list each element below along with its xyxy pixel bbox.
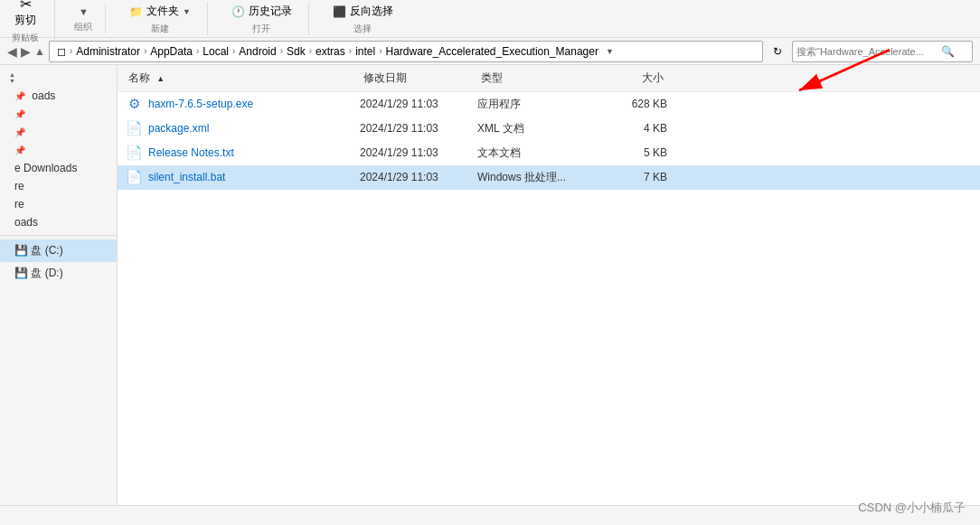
new-folder-label: 文件夹	[146, 4, 179, 19]
path-haxm: Hardware_Accelerated_Execution_Manager	[385, 45, 598, 58]
main-layout: ▲ ▼ 📌 oads 📌 📌 📌 e Downloads re	[0, 65, 980, 505]
scissors-icon: ✂	[20, 0, 32, 13]
search-bar: 🔍	[792, 41, 973, 62]
select-section-label: 选择	[353, 23, 372, 35]
txt-icon: 📄	[126, 145, 143, 161]
file-name: silent_install.bat	[148, 171, 360, 183]
table-row[interactable]: ⚙ haxm-7.6.5-setup.exe 2024/1/29 11:03 应…	[118, 92, 980, 117]
cut-label: 剪切	[14, 13, 36, 28]
toolbar: ✂ 剪切 剪贴板 ▼ 组织 📁 文件夹 ▼ 新建	[0, 0, 980, 38]
file-name: haxm-7.6.5-setup.exe	[148, 98, 360, 110]
file-type: 应用程序	[477, 97, 595, 112]
history-label: 历史记录	[249, 4, 292, 19]
drive-c-item[interactable]: 💾 盘 (C:)	[0, 239, 117, 262]
file-type: Windows 批处理...	[477, 170, 595, 185]
sidebar-item-4[interactable]: 📌	[0, 141, 117, 159]
file-icon: 📄	[125, 168, 143, 186]
cut-button[interactable]: ✂ 剪切	[7, 0, 43, 30]
drive-d-item[interactable]: 💾 盘 (D:)	[0, 262, 117, 285]
reverse-select-label: 反向选择	[350, 4, 393, 19]
column-size[interactable]: 大小	[595, 69, 667, 88]
new-section-label: 新建	[151, 23, 169, 35]
bat-icon: 📄	[126, 169, 143, 185]
search-input[interactable]	[796, 46, 941, 57]
path-intel: intel	[355, 45, 375, 58]
sidebar-sort-header: ▲ ▼	[0, 69, 117, 87]
file-size: 628 KB	[595, 98, 667, 110]
path-extras: extras	[316, 45, 345, 58]
sidebar-item-label: re	[14, 198, 24, 211]
clipboard-buttons: ✂ 剪切	[7, 0, 43, 30]
open-buttons: 🕐 历史记录	[226, 2, 297, 21]
file-icon: ⚙	[125, 95, 143, 113]
up-icon[interactable]: ▲	[34, 45, 45, 58]
search-icon[interactable]: 🔍	[941, 45, 955, 58]
new-folder-button[interactable]: 📁 文件夹 ▼	[124, 2, 196, 21]
table-row[interactable]: 📄 Release Notes.txt 2024/1/29 11:03 文本文档…	[118, 141, 980, 165]
sidebar-item-2[interactable]: 📌	[0, 105, 117, 123]
drive-d-label: 盘 (D:)	[31, 267, 62, 279]
path-admin: Administrator	[76, 45, 140, 58]
sidebar-item-6[interactable]: re	[0, 177, 117, 195]
dropdown-arrow: ▼	[183, 7, 191, 16]
select-section: ⬛ 反向选择 选择	[327, 2, 410, 35]
address-bar: ◀ ▶ ▲ ◻ › Administrator › AppData › Loca…	[0, 38, 980, 65]
pin-icon: 📌	[14, 127, 25, 137]
file-size: 7 KB	[595, 171, 667, 183]
file-icon: 📄	[125, 144, 143, 162]
organize-section: ▼ 组织	[73, 5, 106, 33]
drive-d-icon: 💾	[14, 267, 28, 279]
organize-btn[interactable]: ▼	[73, 5, 94, 19]
organize-buttons: ▼	[73, 5, 94, 19]
path-computer: ◻	[57, 45, 66, 58]
drive-c-icon: 💾	[14, 244, 28, 257]
pin-icon: 📌	[14, 109, 25, 119]
file-date: 2024/1/29 11:03	[360, 98, 477, 110]
file-size: 5 KB	[595, 146, 667, 159]
back-icon[interactable]: ◀	[7, 44, 17, 59]
sidebar-item-3[interactable]: 📌	[0, 123, 117, 141]
select-buttons: ⬛ 反向选择	[327, 2, 399, 21]
file-type: 文本文档	[477, 145, 595, 161]
file-list-header: 名称 ▲ 修改日期 类型 大小	[118, 65, 980, 92]
path-dropdown-arrow[interactable]: ▼	[606, 47, 614, 56]
organize-label: 组织	[74, 21, 92, 33]
sidebar-item-label: oads	[14, 216, 38, 229]
file-date: 2024/1/29 11:03	[360, 171, 477, 183]
new-section: 📁 文件夹 ▼ 新建	[124, 2, 208, 35]
path-local: Local	[203, 45, 229, 58]
file-size: 4 KB	[595, 122, 667, 135]
folder-icon: 📁	[129, 5, 143, 18]
history-button[interactable]: 🕐 历史记录	[226, 2, 297, 21]
column-type[interactable]: 类型	[477, 69, 595, 88]
file-date: 2024/1/29 11:03	[360, 122, 477, 135]
sidebar-item-downloads3[interactable]: oads	[0, 213, 117, 231]
exe-icon: ⚙	[128, 96, 140, 112]
refresh-button[interactable]: ↻	[767, 41, 788, 62]
file-name: Release Notes.txt	[148, 146, 360, 159]
sort-asc-icon: ▲	[156, 74, 165, 83]
sidebar-item-7[interactable]: re	[0, 195, 117, 213]
column-name[interactable]: 名称 ▲	[125, 69, 360, 88]
address-path[interactable]: ◻ › Administrator › AppData › Local › An…	[49, 41, 763, 62]
file-icon: 📄	[125, 119, 143, 137]
clipboard-label: 剪贴板	[12, 32, 39, 44]
sidebar-item-label: e Downloads	[14, 162, 77, 174]
history-icon: 🕐	[231, 5, 245, 18]
table-row[interactable]: 📄 package.xml 2024/1/29 11:03 XML 文档 4 K…	[118, 117, 980, 141]
sidebar-item-downloads1[interactable]: 📌 oads	[0, 87, 117, 105]
status-bar	[0, 505, 980, 525]
reverse-select-button[interactable]: ⬛ 反向选择	[327, 2, 399, 21]
sidebar-item-label: re	[14, 180, 24, 192]
sidebar: ▲ ▼ 📌 oads 📌 📌 📌 e Downloads re	[0, 65, 118, 505]
sidebar-drives: 💾 盘 (C:) 💾 盘 (D:)	[0, 235, 117, 285]
clipboard-section: ✂ 剪切 剪贴板	[7, 0, 55, 44]
sidebar-item-label: oads	[32, 89, 55, 102]
table-row[interactable]: 📄 silent_install.bat 2024/1/29 11:03 Win…	[118, 165, 980, 190]
forward-icon[interactable]: ▶	[21, 44, 31, 59]
new-buttons: 📁 文件夹 ▼	[124, 2, 196, 21]
column-date[interactable]: 修改日期	[360, 69, 477, 88]
drive-c-label: 盘 (C:)	[31, 244, 62, 257]
sidebar-item-downloads2[interactable]: e Downloads	[0, 159, 117, 177]
reverse-select-icon: ⬛	[333, 5, 346, 18]
